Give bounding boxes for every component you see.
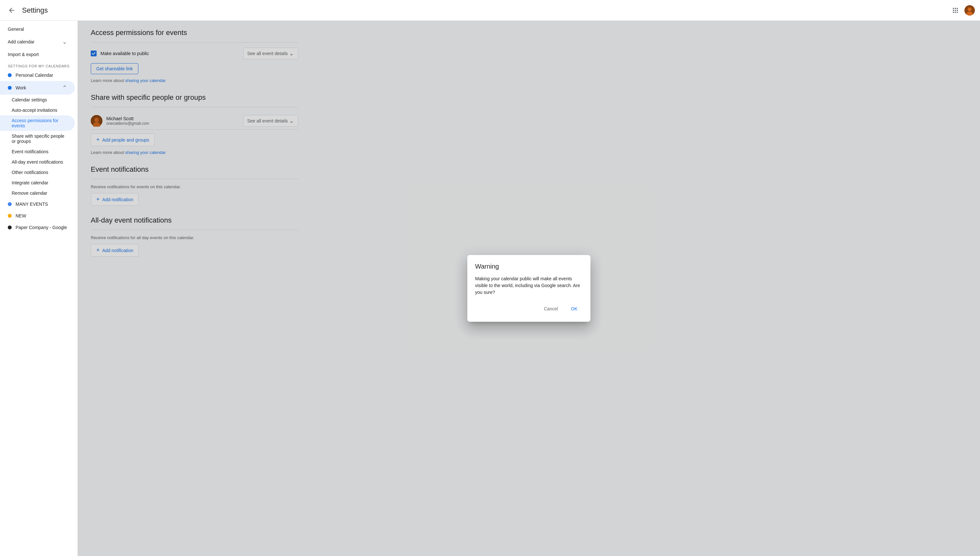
dialog-actions: Cancel OK bbox=[475, 304, 583, 314]
many-events-dot bbox=[8, 202, 12, 206]
new-dot bbox=[8, 214, 12, 218]
many-events-label: MANY EVENTS bbox=[16, 202, 48, 207]
sidebar-sub-share[interactable]: Share with specific people or groups bbox=[0, 131, 75, 147]
chevron-down-icon: ⌄ bbox=[62, 38, 67, 45]
sidebar-sub-allday-notifications[interactable]: All-day event notifications bbox=[0, 157, 75, 167]
sidebar-sub-access-permissions[interactable]: Access permissions for events bbox=[0, 115, 75, 131]
sidebar: General Add calendar ⌄ Import & export S… bbox=[0, 21, 78, 556]
sidebar-item-new[interactable]: NEW bbox=[0, 210, 75, 221]
topbar-right bbox=[949, 4, 975, 17]
work-chevron-icon: ⌃ bbox=[62, 84, 67, 91]
sidebar-item-personal-calendar[interactable]: Personal Calendar bbox=[0, 70, 75, 81]
warning-dialog: Warning Making your calendar public will… bbox=[467, 255, 590, 322]
sidebar-item-import-export[interactable]: Import & export bbox=[0, 48, 75, 60]
work-dot bbox=[8, 86, 12, 90]
sidebar-item-general[interactable]: General bbox=[0, 23, 75, 35]
sidebar-item-add-calendar[interactable]: Add calendar ⌄ bbox=[0, 35, 75, 48]
sidebar-sub-other-notifications[interactable]: Other notifications bbox=[0, 167, 75, 178]
sidebar-sub-remove[interactable]: Remove calendar bbox=[0, 188, 75, 198]
sidebar-sub-auto-accept[interactable]: Auto-accept invitations bbox=[0, 105, 75, 115]
paper-company-dot bbox=[8, 226, 12, 230]
paper-company-label: Paper Company - Google bbox=[16, 225, 67, 230]
add-calendar-label: Add calendar bbox=[8, 39, 62, 44]
topbar: Settings bbox=[0, 0, 980, 21]
sidebar-sub-integrate[interactable]: Integrate calendar bbox=[0, 178, 75, 188]
page-title: Settings bbox=[22, 6, 48, 15]
sidebar-item-work[interactable]: Work ⌃ bbox=[0, 81, 75, 95]
sidebar-sub-calendar-settings[interactable]: Calendar settings bbox=[0, 95, 75, 105]
topbar-left: Settings bbox=[5, 4, 48, 17]
work-label: Work bbox=[16, 85, 62, 91]
dialog-title: Warning bbox=[475, 263, 583, 270]
sidebar-item-general-label: General bbox=[8, 27, 24, 32]
dialog-overlay: Warning Making your calendar public will… bbox=[78, 21, 980, 556]
personal-calendar-label: Personal Calendar bbox=[16, 73, 53, 78]
dialog-cancel-button[interactable]: Cancel bbox=[539, 304, 563, 314]
new-label: NEW bbox=[16, 213, 26, 218]
apps-icon[interactable] bbox=[949, 4, 962, 17]
svg-point-1 bbox=[968, 8, 972, 11]
sidebar-item-import-export-label: Import & export bbox=[8, 52, 39, 57]
back-button[interactable] bbox=[5, 4, 18, 17]
dialog-body: Making your calendar public will make al… bbox=[475, 275, 583, 296]
personal-calendar-dot bbox=[8, 73, 12, 77]
dialog-ok-button[interactable]: OK bbox=[566, 304, 583, 314]
sidebar-item-paper-company[interactable]: Paper Company - Google bbox=[0, 221, 75, 233]
sidebar-sub-event-notifications[interactable]: Event notifications bbox=[0, 147, 75, 157]
avatar[interactable] bbox=[964, 5, 975, 16]
sidebar-item-many-events[interactable]: MANY EVENTS bbox=[0, 198, 75, 210]
sidebar-section-my-calendars: Settings for my calendars bbox=[0, 60, 78, 70]
